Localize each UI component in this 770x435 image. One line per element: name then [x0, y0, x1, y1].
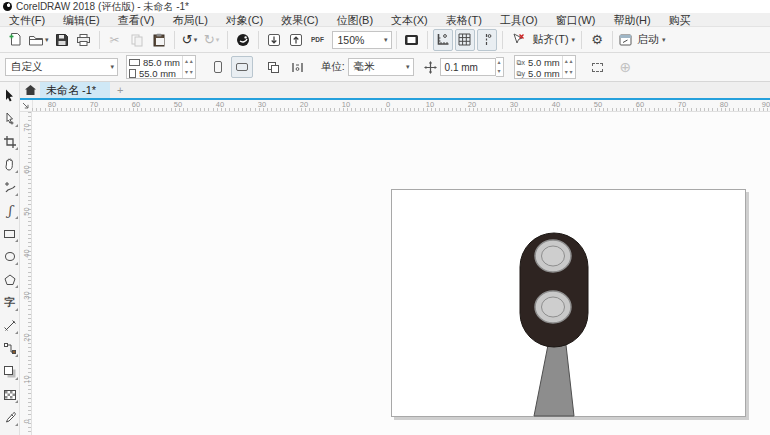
show-rulers-toggle[interactable]: [433, 29, 453, 51]
page-width-value: 85.0 mm: [143, 57, 180, 68]
options-button[interactable]: ⚙: [587, 29, 607, 51]
new-tab-button[interactable]: +: [110, 82, 130, 98]
snap-off-button[interactable]: [508, 29, 528, 51]
ruler-label: 0: [22, 416, 31, 428]
copy-button[interactable]: [127, 29, 147, 51]
treat-as-filled-toggle[interactable]: [587, 56, 609, 78]
fullscreen-preview-button[interactable]: [402, 29, 422, 51]
landscape-icon: [236, 63, 248, 71]
text-tool[interactable]: 字: [1, 291, 19, 314]
nudge-distance-field[interactable]: 0.1 mm: [440, 58, 496, 76]
page-width-row[interactable]: 85.0 mm: [129, 57, 180, 68]
app-window: CorelDRAW 2018 (评估版) - 未命名 -1* 文件(F)编辑(E…: [0, 0, 770, 435]
traffic-light-drawing[interactable]: [391, 189, 746, 417]
duplicate-y-row[interactable]: ⧉y 5.0 mm: [517, 68, 560, 79]
open-dropdown-caret[interactable]: ▾: [45, 36, 49, 44]
ellipse-tool[interactable]: [1, 245, 19, 268]
redo-dropdown-caret[interactable]: ▾: [216, 36, 220, 44]
export-button[interactable]: [286, 29, 306, 51]
duplicate-spinners[interactable]: ▴ ▴▾ ▾: [562, 56, 575, 78]
application-launcher-button[interactable]: 启动▾: [618, 29, 667, 51]
ruler-label: 30: [510, 100, 518, 109]
paste-button[interactable]: [149, 29, 169, 51]
units-label: 单位:: [321, 60, 345, 74]
duplicate-distance-box[interactable]: ⧉x 5.0 mm ⧉y 5.0 mm ▴ ▴▾ ▾: [514, 55, 576, 79]
menu-item[interactable]: 窗口(W): [547, 13, 605, 27]
show-guidelines-toggle[interactable]: [477, 29, 497, 51]
launcher-dropdown-caret[interactable]: ▾: [662, 36, 666, 44]
cut-button[interactable]: ✂: [105, 29, 125, 51]
save-button[interactable]: [52, 29, 72, 51]
page-size-preset-combo[interactable]: 自定义▾: [5, 58, 118, 76]
treat-as-filled-icon: [592, 63, 603, 72]
menu-item[interactable]: 表格(T): [437, 13, 491, 27]
toolbar-separator: [581, 31, 582, 49]
ruler-label: 30: [258, 100, 266, 109]
all-pages-size-button[interactable]: [263, 56, 285, 78]
menu-item[interactable]: 文件(F): [0, 13, 54, 27]
document-tab-active[interactable]: 未命名 -1*: [40, 82, 110, 98]
page-dimensions-box[interactable]: 85.0 mm 55.0 mm ▴ ▴▾ ▾: [126, 55, 196, 79]
snap-dropdown-caret[interactable]: ▾: [572, 36, 576, 44]
print-button[interactable]: [74, 29, 94, 51]
horizontal-ruler[interactable]: 80706050403020100102030405060708090: [20, 100, 770, 112]
eyedropper-tool[interactable]: [1, 406, 19, 429]
transparency-tool[interactable]: [1, 383, 19, 406]
new-document-button[interactable]: [5, 29, 25, 51]
connector-tool[interactable]: [1, 337, 19, 360]
toolbar-separator: [612, 31, 613, 49]
rectangle-tool[interactable]: [1, 222, 19, 245]
ruler-label: 40: [22, 248, 31, 260]
nudge-icon: [424, 61, 437, 74]
page-size-spinners[interactable]: ▴ ▴▾ ▾: [182, 56, 195, 78]
menu-item[interactable]: 文本(X): [382, 13, 437, 27]
search-content-button[interactable]: [233, 29, 253, 51]
units-combo[interactable]: 毫米▾: [348, 58, 414, 76]
current-page-size-button[interactable]: [287, 56, 309, 78]
open-button[interactable]: ▾: [27, 29, 50, 51]
zoom-dropdown-caret[interactable]: ▾: [384, 36, 388, 44]
menu-item[interactable]: 编辑(E): [54, 13, 109, 27]
redo-button[interactable]: ↻▾: [202, 29, 222, 51]
pick-tool[interactable]: [1, 84, 19, 107]
menu-item[interactable]: 帮助(H): [604, 13, 659, 27]
show-grid-toggle[interactable]: [455, 29, 475, 51]
ruler-label: 20: [300, 100, 308, 109]
undo-dropdown-caret[interactable]: ▾: [194, 36, 198, 44]
polygon-tool[interactable]: [1, 268, 19, 291]
menu-item[interactable]: 效果(C): [272, 13, 327, 27]
drawing-canvas[interactable]: [32, 112, 770, 435]
pan-tool[interactable]: [1, 153, 19, 176]
menu-item[interactable]: 位图(B): [327, 13, 382, 27]
vertical-ruler[interactable]: 706050403020100: [20, 112, 32, 435]
ruler-label: 80: [720, 100, 728, 109]
menu-item[interactable]: 查看(V): [109, 13, 164, 27]
add-control-button[interactable]: ⊕: [620, 59, 632, 75]
duplicate-x-row[interactable]: ⧉x 5.0 mm: [517, 57, 560, 68]
menu-item[interactable]: 工具(O): [491, 13, 547, 27]
zoom-level-combo[interactable]: 150%▾: [332, 31, 392, 49]
page-height-value: 55.0 mm: [139, 68, 176, 79]
landscape-orientation-button[interactable]: [231, 56, 253, 78]
freehand-tool[interactable]: [1, 176, 19, 199]
toolbar-separator: [502, 31, 503, 49]
snap-to-button[interactable]: 贴齐(T)▾: [530, 29, 577, 51]
dimension-tool[interactable]: [1, 314, 19, 337]
publish-pdf-button[interactable]: PDF: [308, 29, 328, 51]
menu-item[interactable]: 购买: [660, 13, 700, 27]
standard-toolbar: ▾ ✂ ↺▾ ↻▾: [0, 27, 770, 53]
portrait-orientation-button[interactable]: [207, 56, 229, 78]
artistic-media-tool[interactable]: ʃ: [1, 199, 19, 222]
page-height-row[interactable]: 55.0 mm: [129, 68, 180, 79]
window-title: CorelDRAW 2018 (评估版) - 未命名 -1*: [16, 0, 189, 14]
menu-item[interactable]: 对象(C): [217, 13, 272, 27]
nudge-spinner[interactable]: ▴▾: [496, 57, 504, 77]
crop-tool[interactable]: [1, 130, 19, 153]
import-button[interactable]: [264, 29, 284, 51]
drop-shadow-tool[interactable]: [1, 360, 19, 383]
welcome-home-button[interactable]: [20, 82, 40, 98]
menu-item[interactable]: 布局(L): [163, 13, 216, 27]
undo-button[interactable]: ↺▾: [180, 29, 200, 51]
shape-tool[interactable]: [1, 107, 19, 130]
title-bar: CorelDRAW 2018 (评估版) - 未命名 -1*: [0, 0, 770, 13]
